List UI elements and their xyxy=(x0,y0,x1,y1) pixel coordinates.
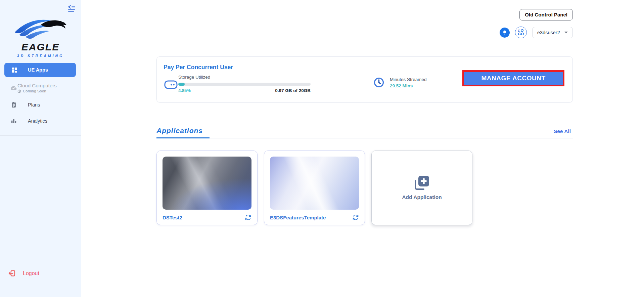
see-all-link[interactable]: See All xyxy=(554,128,571,134)
sidebar-nav: UE Apps Cloud Computers xyxy=(0,63,81,124)
minutes-label: Minutes Streamed xyxy=(390,77,427,82)
add-application-label: Add Application xyxy=(402,194,442,200)
storage-percent: 4.85% xyxy=(178,88,191,93)
account-logo-avatar[interactable]: LO GO xyxy=(515,27,527,38)
minutes-value: 29.52 Mins xyxy=(390,83,427,88)
storage-values-row: 4.85% 0.97 GB of 20GB xyxy=(178,88,311,93)
header-divider xyxy=(156,138,573,138)
storage-usage: 0.97 GB of 20GB xyxy=(275,88,311,93)
add-application-icon xyxy=(413,175,431,191)
header-user-row: LO GO e3dsuser2 xyxy=(500,27,573,38)
clock-small-icon xyxy=(17,89,21,93)
sidebar-top-section: EAGLE 3D STREAMING UE Apps xyxy=(0,0,81,136)
grid-icon xyxy=(11,67,18,73)
applications-heading: Applications xyxy=(156,127,573,135)
add-application-card[interactable]: Add Application xyxy=(371,151,472,225)
app-name-row: E3DSFeaturesTemplate xyxy=(270,214,359,221)
manage-account-button[interactable]: MANAGE ACCOUNT xyxy=(464,72,563,85)
app-thumbnail[interactable] xyxy=(270,157,359,210)
notifications-bell-icon[interactable] xyxy=(500,28,510,38)
minutes-text-block: Minutes Streamed 29.52 Mins xyxy=(390,77,427,88)
cloud-check-icon xyxy=(10,85,17,91)
app-thumbnail[interactable] xyxy=(163,157,251,210)
storage-label: Storage Utilized xyxy=(178,75,311,80)
logout-label: Logout xyxy=(23,270,39,277)
app-name-link[interactable]: E3DSFeaturesTemplate xyxy=(270,215,326,220)
storage-block: Storage Utilized 4.85% 0.97 GB of 20GB xyxy=(178,75,311,93)
chevron-down-icon xyxy=(564,32,568,33)
app-name-link[interactable]: DSTest2 xyxy=(163,215,182,220)
avatar-text: GO xyxy=(518,33,524,36)
app-card-e3dsfeaturestemplate: E3DSFeaturesTemplate xyxy=(264,151,365,225)
old-control-panel-button[interactable]: Old Control Panel xyxy=(519,9,573,20)
storage-icon xyxy=(164,80,178,90)
logo-subtitle: 3D STREAMING xyxy=(0,54,81,58)
refresh-icon[interactable] xyxy=(245,214,251,221)
logo-title: EAGLE xyxy=(0,41,81,53)
active-tab-underline xyxy=(156,137,210,138)
clipboard-icon xyxy=(10,101,17,108)
sidebar-item-label: Plans xyxy=(28,102,40,108)
clock-icon xyxy=(373,77,384,88)
user-menu-dropdown[interactable]: e3dsuser2 xyxy=(532,27,573,38)
logout-icon xyxy=(8,269,16,278)
app-name-row: DSTest2 xyxy=(163,214,251,221)
sidebar-item-label: UE Apps xyxy=(28,67,48,73)
refresh-icon[interactable] xyxy=(352,214,359,221)
applications-grid: DSTest2 E3DSFeaturesTemplate xyxy=(156,151,472,225)
sidebar-item-cloud-computers: Cloud Computers Coming Soon xyxy=(0,83,81,93)
bar-chart-icon xyxy=(10,118,17,124)
account-summary-card: Pay Per Concurrent User Storage Utilized… xyxy=(156,56,573,102)
sidebar: EAGLE 3D STREAMING UE Apps xyxy=(0,0,81,297)
minutes-streamed-block: Minutes Streamed 29.52 Mins xyxy=(373,77,427,88)
storage-progress-fill xyxy=(178,83,185,86)
collapse-sidebar-icon[interactable] xyxy=(67,5,77,13)
sidebar-item-analytics[interactable]: Analytics xyxy=(0,118,81,124)
app-card-dstest2: DSTest2 xyxy=(156,151,258,225)
sidebar-item-text-block: Cloud Computers Coming Soon xyxy=(17,83,57,93)
sidebar-item-plans[interactable]: Plans xyxy=(0,101,81,108)
sidebar-item-label: Cloud Computers xyxy=(17,83,57,88)
sidebar-item-ue-apps[interactable]: UE Apps xyxy=(4,63,76,77)
main-content: Old Control Panel LO GO e3dsuser2 Pay Pe… xyxy=(156,0,573,297)
logout-button[interactable]: Logout xyxy=(8,269,39,278)
eagle-logo-image xyxy=(13,16,68,40)
sidebar-item-label: Analytics xyxy=(28,118,47,124)
plan-name-link[interactable]: Pay Per Concurrent User xyxy=(164,64,233,71)
coming-soon-badge: Coming Soon xyxy=(17,89,57,93)
highlight-red-box: MANAGE ACCOUNT xyxy=(462,70,564,86)
applications-header: Applications See All xyxy=(156,127,573,140)
username: e3dsuser2 xyxy=(537,30,560,35)
storage-progress-bar xyxy=(178,83,311,86)
